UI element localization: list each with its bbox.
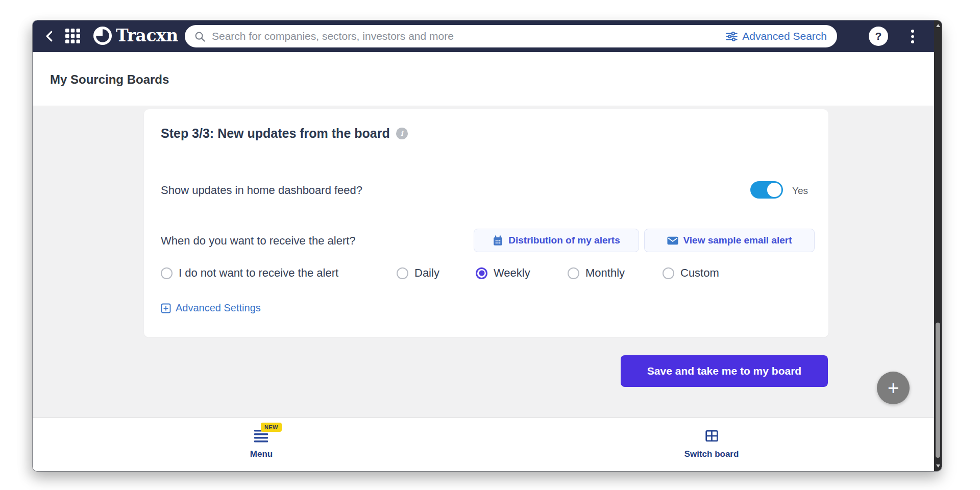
plus-square-icon [161,303,171,313]
overflow-menu-button[interactable] [910,29,915,44]
alert-timing-question: When do you want to receive the alert? [161,234,356,248]
advanced-settings-label: Advanced Settings [176,302,261,314]
grid-apps-icon [65,29,80,43]
add-fab-button[interactable]: + [877,372,910,404]
bottom-menu-button[interactable]: NEW Menu [231,429,292,459]
radio-option-label: Weekly [494,266,530,280]
radio-option-daily[interactable]: Daily [397,266,439,280]
radio-option-label: I do not want to receive the alert [179,266,338,280]
save-button[interactable]: Save and take me to my board [621,355,828,387]
help-button[interactable]: ? [869,27,888,46]
divider [151,159,821,159]
menu-label: Menu [250,449,273,459]
radio-selected-icon [476,267,487,279]
radio-option-custom[interactable]: Custom [663,266,719,280]
radio-option-weekly[interactable]: Weekly [476,266,530,280]
envelope-icon [667,236,678,245]
radio-option-monthly[interactable]: Monthly [568,266,625,280]
advanced-settings-link[interactable]: Advanced Settings [161,302,261,314]
menu-icon-wrap: NEW [254,429,268,443]
tracxn-logo-text: Tracxn [116,26,178,45]
radio-unselected-icon [161,267,173,279]
scrollbar-up-arrow[interactable] [936,24,940,27]
vertical-scrollbar[interactable] [934,20,942,471]
view-sample-email-label: View sample email alert [683,235,792,246]
page-header-bar: My Sourcing Boards [33,52,942,106]
tracxn-logo[interactable]: Tracxn [93,26,178,45]
calendar-icon [493,235,503,246]
dashboard-feed-toggle[interactable] [750,181,783,199]
scrollbar-down-arrow[interactable] [936,464,940,468]
search-input[interactable] [212,30,720,42]
switch-board-label: Switch board [684,449,739,459]
step-header: Step 3/3: New updates from the board i [161,126,408,141]
radio-option-no-alert[interactable]: I do not want to receive the alert [161,266,338,280]
info-icon[interactable]: i [396,128,408,139]
new-badge: NEW [261,423,282,432]
view-sample-email-button[interactable]: View sample email alert [644,229,815,252]
kebab-dot [911,30,914,33]
top-navbar: Tracxn Advanced Search ? [33,20,942,52]
distribution-of-alerts-label: Distribution of my alerts [508,235,620,246]
main-content: Step 3/3: New updates from the board i S… [33,106,942,418]
radio-option-label: Daily [414,266,439,280]
back-button[interactable] [43,29,56,43]
scrollbar-thumb[interactable] [936,323,940,458]
app-launcher-button[interactable] [65,29,80,45]
distribution-of-alerts-button[interactable]: Distribution of my alerts [474,229,639,252]
advanced-search-label: Advanced Search [742,30,827,42]
toggle-state-label: Yes [792,185,808,197]
radio-unselected-icon [397,267,408,279]
dashboard-feed-question: Show updates in home dashboard feed? [161,184,362,197]
radio-option-label: Monthly [585,266,625,280]
tracxn-logo-icon [93,26,112,45]
switch-board-button[interactable]: Switch board [678,429,745,459]
question-mark-icon: ? [875,30,882,42]
page-title: My Sourcing Boards [50,72,169,87]
plus-icon: + [888,378,899,398]
radio-unselected-icon [663,267,674,279]
radio-option-label: Custom [680,266,719,280]
advanced-search-button[interactable]: Advanced Search [726,30,827,42]
global-search-bar[interactable]: Advanced Search [185,25,837,47]
switch-board-grid-icon [705,429,719,443]
bottom-bar: NEW Menu Switch board [33,418,942,471]
step-card: Step 3/3: New updates from the board i S… [144,109,828,337]
radio-unselected-icon [568,267,579,279]
chevron-left-icon [43,29,56,43]
sliders-icon [726,31,738,42]
kebab-dot [911,35,914,38]
search-icon [194,31,206,42]
step-header-title: Step 3/3: New updates from the board [161,126,390,141]
kebab-dot [911,40,914,43]
browser-window: Tracxn Advanced Search ? My Sourc [33,20,942,471]
